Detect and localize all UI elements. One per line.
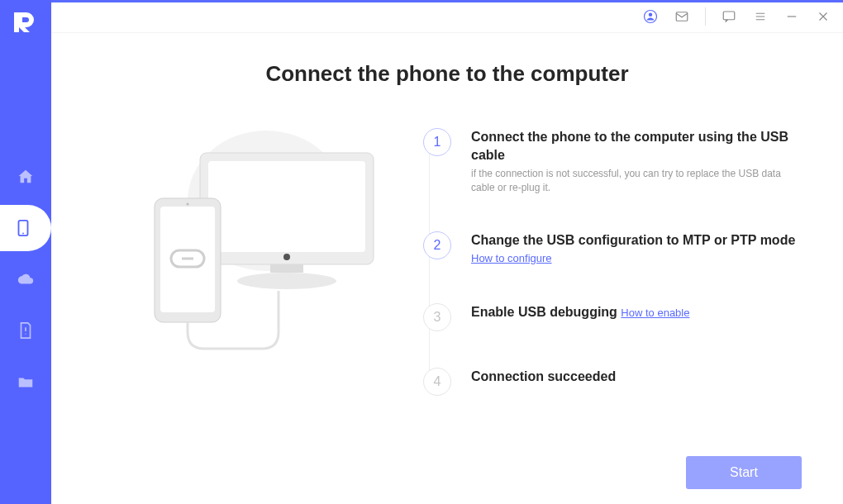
svg-rect-3 bbox=[676, 12, 688, 21]
close-icon[interactable] bbox=[815, 8, 831, 25]
svg-rect-7 bbox=[208, 161, 365, 252]
step-4: 4 Connection succeeded bbox=[423, 368, 810, 396]
svg-point-10 bbox=[283, 254, 290, 260]
separator bbox=[705, 7, 706, 26]
phone-icon bbox=[14, 219, 32, 237]
svg-point-13 bbox=[187, 203, 189, 206]
nav-file-alert[interactable] bbox=[0, 307, 51, 354]
svg-rect-4 bbox=[723, 12, 735, 20]
page-title: Connect the phone to the computer bbox=[84, 61, 810, 87]
step-1: 1 Connect the phone to the computer usin… bbox=[423, 128, 810, 195]
how-to-enable-link[interactable]: How to enable bbox=[621, 307, 689, 319]
step-desc: if the connection is not successful, you… bbox=[471, 167, 802, 195]
footer: Start bbox=[84, 456, 810, 489]
sidebar bbox=[0, 0, 51, 504]
folder-icon bbox=[17, 373, 35, 391]
mail-icon[interactable] bbox=[674, 8, 690, 25]
step-title: Enable USB debugging How to enable bbox=[471, 303, 802, 321]
step-title: Connect the phone to the computer using … bbox=[471, 128, 802, 164]
step-number: 1 bbox=[423, 128, 451, 156]
nav-phone[interactable] bbox=[0, 205, 51, 251]
step-2: 2 Change the USB configuration to MTP or… bbox=[423, 231, 810, 267]
nav-home[interactable] bbox=[0, 154, 51, 200]
start-button[interactable]: Start bbox=[686, 456, 802, 489]
app-logo bbox=[10, 7, 41, 38]
step-3: 3 Enable USB debugging How to enable bbox=[423, 303, 810, 331]
how-to-configure-link[interactable]: How to configure bbox=[471, 252, 552, 264]
connect-illustration bbox=[84, 128, 415, 376]
svg-rect-8 bbox=[270, 264, 303, 273]
titlebar bbox=[51, 0, 843, 33]
step-number: 2 bbox=[423, 231, 451, 259]
step-title: Change the USB configuration to MTP or P… bbox=[471, 231, 802, 267]
step-title-text: Enable USB debugging bbox=[471, 305, 617, 319]
step-title-text: Change the USB configuration to MTP or P… bbox=[471, 233, 795, 247]
cloud-icon bbox=[17, 270, 35, 288]
home-icon bbox=[17, 168, 35, 186]
feedback-icon[interactable] bbox=[721, 8, 737, 25]
menu-icon[interactable] bbox=[752, 8, 769, 25]
minimize-icon[interactable] bbox=[783, 8, 800, 25]
svg-point-1 bbox=[22, 233, 24, 235]
user-icon[interactable] bbox=[642, 8, 659, 25]
nav-folder[interactable] bbox=[0, 359, 51, 405]
svg-point-9 bbox=[237, 273, 336, 289]
nav-cloud[interactable] bbox=[0, 256, 51, 302]
step-number: 3 bbox=[423, 303, 451, 331]
step-title: Connection succeeded bbox=[471, 368, 802, 386]
step-number: 4 bbox=[423, 368, 451, 396]
steps-list: 1 Connect the phone to the computer usin… bbox=[415, 128, 810, 432]
file-alert-icon bbox=[17, 321, 35, 340]
